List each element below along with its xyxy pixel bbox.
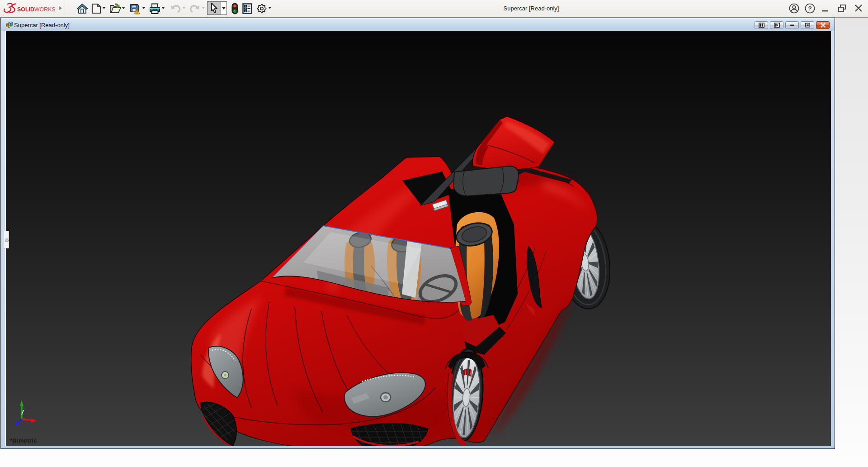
door-inner-panel bbox=[453, 166, 519, 196]
save-warning-icon-part1-part1-part1-part1-part1 bbox=[132, 9, 136, 12]
triad-x-axis bbox=[22, 419, 37, 423]
user-circle-icon[interactable] bbox=[789, 3, 799, 14]
redo-icon-part1 bbox=[191, 6, 198, 12]
supercar-3d-model bbox=[5, 31, 831, 446]
pane-right-icon bbox=[774, 23, 780, 28]
user-circle-icon-part1-part1 bbox=[793, 6, 796, 9]
print-icon-part1-part1-part1-part1-part1 bbox=[153, 9, 157, 10]
print-icon[interactable] bbox=[149, 3, 160, 14]
save-warning-icon-part1-part1-part1-part1-part1-part1-part1-part1 bbox=[137, 13, 137, 14]
minimize-icon[interactable] bbox=[821, 4, 830, 13]
triad-y-axis bbox=[20, 400, 24, 419]
redo-icon[interactable] bbox=[189, 3, 200, 13]
home-icon-part1-part1-part1 bbox=[81, 9, 84, 13]
logo-glyph-part1-part1-part1: SOLIDWORKS bbox=[17, 6, 56, 13]
open-dropdown-part1 bbox=[122, 7, 125, 9]
help-icon[interactable]: ? bbox=[805, 3, 815, 14]
doc-restore-button[interactable] bbox=[801, 21, 814, 29]
open-folder-icon-part1-part1 bbox=[111, 8, 121, 13]
select-cursor-icon-part1 bbox=[212, 3, 217, 13]
save-warning-icon-part1-part1-part1-part1-part1-part1-part1 bbox=[137, 10, 137, 12]
form-list-icon-part1-part1-part1 bbox=[245, 8, 247, 10]
logo-glyph bbox=[4, 4, 15, 13]
print-icon-part1-part1-part1-part1 bbox=[152, 11, 158, 14]
save-dropdown-part1 bbox=[142, 7, 146, 9]
print-dropdown[interactable] bbox=[161, 7, 165, 9]
close-icon-part1 bbox=[855, 5, 862, 11]
save-dropdown[interactable] bbox=[142, 7, 146, 9]
new-document-dropdown-part1 bbox=[102, 7, 106, 9]
triad-y-arrow bbox=[20, 400, 24, 406]
close-x-icon bbox=[820, 23, 826, 28]
headlight-left-bulb bbox=[224, 374, 226, 376]
part-document-icon-part1-part1-part1-part1-part1-part1-part1 bbox=[755, 21, 830, 29]
doc-close-button[interactable] bbox=[816, 21, 830, 29]
save-warning-icon-part1-part1 bbox=[132, 5, 137, 8]
new-document-dropdown[interactable] bbox=[102, 7, 106, 9]
redo-dropdown[interactable] bbox=[202, 7, 205, 9]
options-dropdown-part1 bbox=[268, 7, 271, 9]
pane-right-icon-part1-part1 bbox=[775, 24, 776, 27]
print-dropdown-part1 bbox=[161, 7, 165, 9]
restore-icon[interactable] bbox=[837, 3, 847, 13]
pane-left-button[interactable] bbox=[755, 21, 768, 29]
triad-x-line bbox=[22, 419, 32, 420]
expand-logo-arrow-part1 bbox=[59, 6, 62, 10]
expand-logo-arrow[interactable] bbox=[58, 5, 62, 11]
traffic-light-icon[interactable] bbox=[231, 3, 239, 14]
form-list-icon-part1-part1 bbox=[245, 5, 247, 7]
open-dropdown[interactable] bbox=[122, 7, 125, 9]
part-document-icon bbox=[6, 21, 13, 28]
print-icon-part1-part1-part1 bbox=[150, 8, 160, 9]
toolbar-separator bbox=[65, 0, 65, 17]
gear-icon-part1-part1 bbox=[260, 7, 263, 10]
pane-right-button[interactable] bbox=[770, 21, 783, 29]
form-list-icon-part1-part1-part1-part1 bbox=[245, 10, 247, 12]
solidworks-logo: SOLIDWORKS bbox=[3, 2, 57, 15]
select-cursor-icon bbox=[210, 3, 218, 14]
gear-icon-part1 bbox=[258, 4, 266, 13]
document-title-bar[interactable]: Supercar [Read-only] bbox=[1, 18, 835, 31]
save-warning-icon[interactable] bbox=[130, 3, 141, 14]
logo-solid: SOLID bbox=[17, 6, 34, 13]
application-title-bar: SOLIDWORKS bbox=[0, 0, 868, 17]
redo-dropdown-part1 bbox=[202, 7, 205, 9]
traffic-light-icon-part1-part1-part1-part1 bbox=[233, 10, 236, 13]
pane-left-icon bbox=[759, 23, 764, 28]
close-x-icon-part1-part1 bbox=[821, 24, 825, 27]
home-icon[interactable] bbox=[76, 3, 88, 14]
open-folder-icon[interactable] bbox=[109, 3, 122, 14]
mdi-client-area: Supercar [Read-only] bbox=[0, 17, 868, 467]
document-window: Supercar [Read-only] bbox=[0, 18, 835, 449]
triad-x-arrow bbox=[31, 419, 37, 423]
graphics-viewport[interactable]: *Dimetric bbox=[5, 31, 831, 446]
gear-icon[interactable] bbox=[257, 3, 267, 14]
undo-icon[interactable] bbox=[170, 3, 181, 13]
pane-left-icon-part1-part1-part1 bbox=[762, 24, 763, 27]
new-document-icon-part1-part1 bbox=[98, 4, 100, 7]
help-icon-part1-part1: ? bbox=[808, 5, 811, 12]
select-dropdown-part1 bbox=[222, 7, 226, 10]
application-title: Supercar [Read-only] bbox=[344, 0, 719, 17]
close-icon[interactable] bbox=[854, 3, 863, 13]
logo-glyph-part1 bbox=[4, 4, 12, 13]
options-dropdown[interactable] bbox=[268, 7, 272, 9]
pane-left-icon-part1-part1 bbox=[760, 24, 761, 27]
new-document-icon[interactable] bbox=[91, 3, 101, 14]
doc-minimize-button[interactable] bbox=[785, 21, 799, 29]
headlight-right-bulb bbox=[383, 396, 388, 400]
form-list-icon[interactable] bbox=[242, 3, 252, 14]
doc-minimize-icon bbox=[789, 23, 795, 28]
undo-dropdown[interactable] bbox=[182, 7, 186, 9]
restore-icon-part1-part1 bbox=[839, 7, 844, 11]
select-tool-button[interactable] bbox=[207, 1, 227, 15]
feature-manager-collapsed-tab[interactable] bbox=[4, 231, 9, 248]
undo-dropdown-part1 bbox=[182, 7, 186, 9]
triad-z-axis bbox=[14, 419, 22, 425]
undo-icon-part1 bbox=[173, 6, 179, 12]
logo-works: WORKS bbox=[34, 6, 56, 13]
document-title: Supercar [Read-only] bbox=[14, 22, 70, 29]
solidworks-application-window: { "app": { "brand": { "glyph": "dassault… bbox=[0, 0, 868, 467]
minimize-icon-part1 bbox=[822, 10, 828, 11]
select-dropdown[interactable] bbox=[222, 7, 226, 10]
